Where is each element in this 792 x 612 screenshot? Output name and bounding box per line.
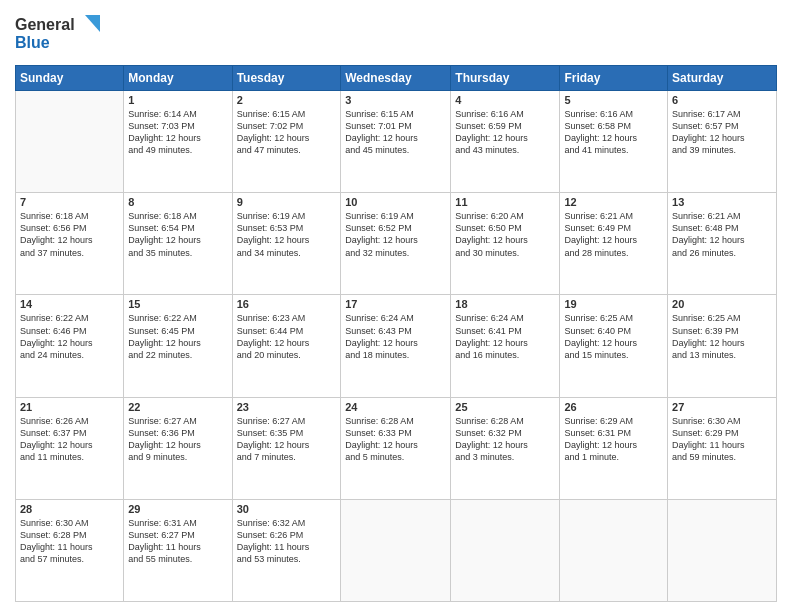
day-number: 2 <box>237 94 337 106</box>
day-number: 23 <box>237 401 337 413</box>
calendar-cell: 22Sunrise: 6:27 AM Sunset: 6:36 PM Dayli… <box>124 397 232 499</box>
calendar-cell <box>341 499 451 601</box>
calendar-week-4: 21Sunrise: 6:26 AM Sunset: 6:37 PM Dayli… <box>16 397 777 499</box>
day-number: 18 <box>455 298 555 310</box>
calendar-cell: 14Sunrise: 6:22 AM Sunset: 6:46 PM Dayli… <box>16 295 124 397</box>
calendar-cell <box>668 499 777 601</box>
col-header-monday: Monday <box>124 66 232 91</box>
day-info: Sunrise: 6:21 AM Sunset: 6:48 PM Dayligh… <box>672 210 772 259</box>
calendar-cell: 21Sunrise: 6:26 AM Sunset: 6:37 PM Dayli… <box>16 397 124 499</box>
svg-text:Blue: Blue <box>15 34 50 51</box>
day-info: Sunrise: 6:25 AM Sunset: 6:39 PM Dayligh… <box>672 312 772 361</box>
day-number: 22 <box>128 401 227 413</box>
calendar-week-2: 7Sunrise: 6:18 AM Sunset: 6:56 PM Daylig… <box>16 193 777 295</box>
day-number: 15 <box>128 298 227 310</box>
calendar-cell: 24Sunrise: 6:28 AM Sunset: 6:33 PM Dayli… <box>341 397 451 499</box>
day-number: 1 <box>128 94 227 106</box>
col-header-thursday: Thursday <box>451 66 560 91</box>
calendar-week-3: 14Sunrise: 6:22 AM Sunset: 6:46 PM Dayli… <box>16 295 777 397</box>
calendar-cell: 4Sunrise: 6:16 AM Sunset: 6:59 PM Daylig… <box>451 91 560 193</box>
day-info: Sunrise: 6:30 AM Sunset: 6:28 PM Dayligh… <box>20 517 119 566</box>
day-info: Sunrise: 6:19 AM Sunset: 6:52 PM Dayligh… <box>345 210 446 259</box>
day-info: Sunrise: 6:29 AM Sunset: 6:31 PM Dayligh… <box>564 415 663 464</box>
day-info: Sunrise: 6:16 AM Sunset: 6:58 PM Dayligh… <box>564 108 663 157</box>
day-number: 19 <box>564 298 663 310</box>
calendar-cell: 26Sunrise: 6:29 AM Sunset: 6:31 PM Dayli… <box>560 397 668 499</box>
day-info: Sunrise: 6:18 AM Sunset: 6:54 PM Dayligh… <box>128 210 227 259</box>
day-info: Sunrise: 6:26 AM Sunset: 6:37 PM Dayligh… <box>20 415 119 464</box>
day-number: 3 <box>345 94 446 106</box>
calendar-table: SundayMondayTuesdayWednesdayThursdayFrid… <box>15 65 777 602</box>
calendar-header-row: SundayMondayTuesdayWednesdayThursdayFrid… <box>16 66 777 91</box>
day-number: 5 <box>564 94 663 106</box>
calendar-cell: 5Sunrise: 6:16 AM Sunset: 6:58 PM Daylig… <box>560 91 668 193</box>
day-info: Sunrise: 6:28 AM Sunset: 6:32 PM Dayligh… <box>455 415 555 464</box>
day-number: 6 <box>672 94 772 106</box>
calendar-cell <box>16 91 124 193</box>
day-info: Sunrise: 6:24 AM Sunset: 6:43 PM Dayligh… <box>345 312 446 361</box>
calendar-cell: 27Sunrise: 6:30 AM Sunset: 6:29 PM Dayli… <box>668 397 777 499</box>
day-number: 4 <box>455 94 555 106</box>
day-number: 29 <box>128 503 227 515</box>
day-number: 30 <box>237 503 337 515</box>
day-info: Sunrise: 6:30 AM Sunset: 6:29 PM Dayligh… <box>672 415 772 464</box>
day-info: Sunrise: 6:20 AM Sunset: 6:50 PM Dayligh… <box>455 210 555 259</box>
calendar-cell: 16Sunrise: 6:23 AM Sunset: 6:44 PM Dayli… <box>232 295 341 397</box>
day-info: Sunrise: 6:27 AM Sunset: 6:35 PM Dayligh… <box>237 415 337 464</box>
col-header-tuesday: Tuesday <box>232 66 341 91</box>
calendar-cell: 1Sunrise: 6:14 AM Sunset: 7:03 PM Daylig… <box>124 91 232 193</box>
calendar-cell: 20Sunrise: 6:25 AM Sunset: 6:39 PM Dayli… <box>668 295 777 397</box>
calendar-cell: 3Sunrise: 6:15 AM Sunset: 7:01 PM Daylig… <box>341 91 451 193</box>
calendar-cell: 29Sunrise: 6:31 AM Sunset: 6:27 PM Dayli… <box>124 499 232 601</box>
svg-text:General: General <box>15 16 75 33</box>
day-number: 28 <box>20 503 119 515</box>
day-number: 8 <box>128 196 227 208</box>
calendar-cell: 17Sunrise: 6:24 AM Sunset: 6:43 PM Dayli… <box>341 295 451 397</box>
calendar-cell: 10Sunrise: 6:19 AM Sunset: 6:52 PM Dayli… <box>341 193 451 295</box>
day-number: 10 <box>345 196 446 208</box>
day-number: 20 <box>672 298 772 310</box>
col-header-sunday: Sunday <box>16 66 124 91</box>
calendar-cell: 6Sunrise: 6:17 AM Sunset: 6:57 PM Daylig… <box>668 91 777 193</box>
day-number: 7 <box>20 196 119 208</box>
col-header-wednesday: Wednesday <box>341 66 451 91</box>
day-info: Sunrise: 6:18 AM Sunset: 6:56 PM Dayligh… <box>20 210 119 259</box>
day-number: 26 <box>564 401 663 413</box>
calendar-cell: 30Sunrise: 6:32 AM Sunset: 6:26 PM Dayli… <box>232 499 341 601</box>
day-number: 14 <box>20 298 119 310</box>
calendar-cell: 19Sunrise: 6:25 AM Sunset: 6:40 PM Dayli… <box>560 295 668 397</box>
logo: General Blue <box>15 10 105 59</box>
calendar-cell: 9Sunrise: 6:19 AM Sunset: 6:53 PM Daylig… <box>232 193 341 295</box>
day-info: Sunrise: 6:22 AM Sunset: 6:45 PM Dayligh… <box>128 312 227 361</box>
calendar-cell: 28Sunrise: 6:30 AM Sunset: 6:28 PM Dayli… <box>16 499 124 601</box>
day-info: Sunrise: 6:16 AM Sunset: 6:59 PM Dayligh… <box>455 108 555 157</box>
calendar-cell: 25Sunrise: 6:28 AM Sunset: 6:32 PM Dayli… <box>451 397 560 499</box>
calendar-cell: 13Sunrise: 6:21 AM Sunset: 6:48 PM Dayli… <box>668 193 777 295</box>
day-info: Sunrise: 6:19 AM Sunset: 6:53 PM Dayligh… <box>237 210 337 259</box>
day-info: Sunrise: 6:15 AM Sunset: 7:01 PM Dayligh… <box>345 108 446 157</box>
day-info: Sunrise: 6:31 AM Sunset: 6:27 PM Dayligh… <box>128 517 227 566</box>
day-number: 9 <box>237 196 337 208</box>
day-info: Sunrise: 6:22 AM Sunset: 6:46 PM Dayligh… <box>20 312 119 361</box>
calendar-cell <box>560 499 668 601</box>
col-header-saturday: Saturday <box>668 66 777 91</box>
day-info: Sunrise: 6:23 AM Sunset: 6:44 PM Dayligh… <box>237 312 337 361</box>
day-info: Sunrise: 6:32 AM Sunset: 6:26 PM Dayligh… <box>237 517 337 566</box>
day-info: Sunrise: 6:15 AM Sunset: 7:02 PM Dayligh… <box>237 108 337 157</box>
day-number: 12 <box>564 196 663 208</box>
calendar-cell: 12Sunrise: 6:21 AM Sunset: 6:49 PM Dayli… <box>560 193 668 295</box>
calendar-cell: 11Sunrise: 6:20 AM Sunset: 6:50 PM Dayli… <box>451 193 560 295</box>
day-number: 21 <box>20 401 119 413</box>
day-number: 13 <box>672 196 772 208</box>
page: General Blue SundayMondayTuesdayWednesda… <box>0 0 792 612</box>
header: General Blue <box>15 10 777 59</box>
day-number: 16 <box>237 298 337 310</box>
calendar-cell: 7Sunrise: 6:18 AM Sunset: 6:56 PM Daylig… <box>16 193 124 295</box>
day-info: Sunrise: 6:14 AM Sunset: 7:03 PM Dayligh… <box>128 108 227 157</box>
calendar-cell: 8Sunrise: 6:18 AM Sunset: 6:54 PM Daylig… <box>124 193 232 295</box>
day-number: 11 <box>455 196 555 208</box>
day-info: Sunrise: 6:21 AM Sunset: 6:49 PM Dayligh… <box>564 210 663 259</box>
calendar-cell: 2Sunrise: 6:15 AM Sunset: 7:02 PM Daylig… <box>232 91 341 193</box>
day-number: 17 <box>345 298 446 310</box>
day-number: 25 <box>455 401 555 413</box>
